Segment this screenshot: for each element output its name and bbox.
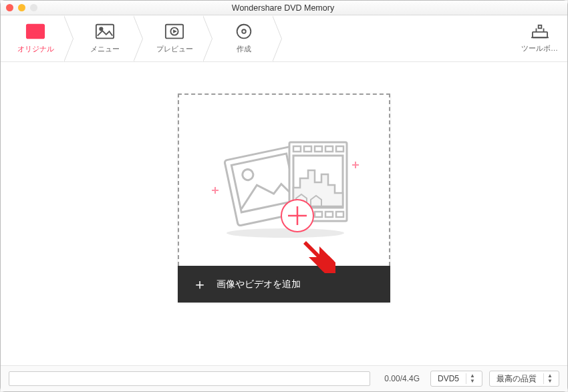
media-drop-zone[interactable] [178,93,390,266]
svg-point-5 [100,27,102,30]
disc-type-select[interactable]: DVD5 ▲▼ [430,371,482,387]
app-window: Wondershare DVD Memory オリジナル メニュー [0,0,568,392]
dropzone-illustration [204,121,364,240]
zoom-window-button[interactable] [30,4,37,11]
svg-rect-23 [304,146,311,152]
add-media-button[interactable]: ＋ 画像やビデオを追加 [178,266,390,303]
add-media-label: 画像やビデオを追加 [217,278,301,290]
step-preview-label: プレビュー [156,44,193,54]
step-original[interactable]: オリジナル [7,15,63,62]
disc-type-value: DVD5 [438,374,459,383]
step-create-label: 作成 [237,44,251,54]
title-bar: Wondershare DVD Memory [1,1,567,15]
svg-rect-26 [336,146,343,152]
bottom-bar: 0.00/4.4G DVD5 ▲▼ 最高の品質 ▲▼ [1,366,567,391]
window-title: Wondershare DVD Memory [37,3,529,13]
step-original-label: オリジナル [17,44,54,54]
traffic-lights [6,4,37,11]
svg-rect-24 [315,146,322,152]
stepper-icon: ▲▼ [466,373,475,384]
toolbox-label: ツールボ… [521,43,558,53]
svg-rect-22 [293,146,301,152]
step-create[interactable]: 作成 [216,15,272,62]
media-drop-card: ＋ 画像やビデオを追加 [178,93,390,303]
svg-rect-25 [325,146,333,152]
stepper-icon: ▲▼ [543,373,553,384]
svg-rect-29 [315,212,322,217]
svg-point-20 [227,228,344,238]
plus-icon: ＋ [192,277,207,292]
svg-rect-10 [532,32,547,37]
close-window-button[interactable] [6,4,13,11]
step-menu[interactable]: メニュー [77,15,133,62]
svg-point-9 [242,29,246,33]
step-preview[interactable]: プレビュー [146,15,202,62]
minimize-window-button[interactable] [18,4,25,11]
main-area: ＋ 画像やビデオを追加 [1,62,567,366]
svg-rect-11 [538,25,541,29]
quality-select[interactable]: 最高の品質 ▲▼ [489,371,559,387]
svg-rect-31 [336,212,343,217]
svg-rect-4 [96,25,114,39]
disc-size-readout: 0.00/4.4G [377,374,424,383]
project-name-input[interactable] [9,371,370,386]
svg-rect-30 [325,212,333,217]
quality-value: 最高の品質 [496,373,537,385]
toolbox-button[interactable]: ツールボ… [521,23,567,53]
step-menu-label: メニュー [90,44,120,54]
steps-toolbar: オリジナル メニュー プレビュー [1,15,567,62]
